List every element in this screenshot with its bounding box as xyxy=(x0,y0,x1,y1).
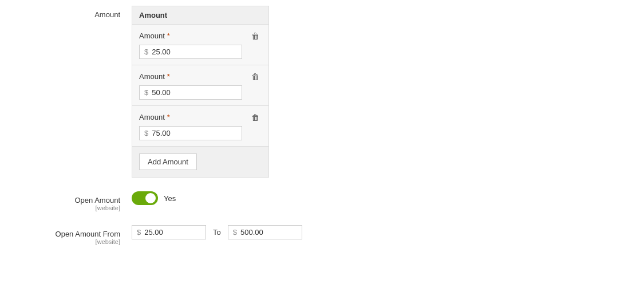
delete-amount-3-button[interactable] xyxy=(249,112,262,123)
amount-item-3-header: Amount* xyxy=(139,112,262,123)
to-label: To xyxy=(213,228,221,237)
amount-item-2-header: Amount* xyxy=(139,71,262,82)
open-amount-yes-label: Yes xyxy=(164,194,176,203)
trash-icon-1 xyxy=(251,31,259,41)
open-amount-to-wrap: $ xyxy=(228,225,302,239)
delete-amount-2-button[interactable] xyxy=(249,71,262,82)
amount-input-2[interactable] xyxy=(152,88,237,97)
open-amount-from-label: Open Amount From [website] xyxy=(0,225,132,245)
to-currency-symbol: $ xyxy=(233,228,237,237)
add-amount-button[interactable]: Add Amount xyxy=(139,154,197,170)
amount-row: Amount Amount Amount* $ xyxy=(0,6,644,178)
delete-amount-1-button[interactable] xyxy=(249,30,262,41)
amount-label-text: Amount xyxy=(94,10,120,19)
amount-item-1: Amount* $ xyxy=(132,25,268,65)
trash-icon-2 xyxy=(251,72,259,81)
open-amount-field-content: Yes xyxy=(132,191,644,205)
amount-item-2: Amount* $ xyxy=(132,65,268,106)
from-currency-symbol: $ xyxy=(137,228,141,237)
open-amount-row: Open Amount [website] Yes xyxy=(0,191,644,211)
amount-item-3-label: Amount* xyxy=(139,113,170,121)
required-star-1: * xyxy=(167,32,170,40)
amount-item-1-header: Amount* xyxy=(139,30,262,41)
open-amount-from-row: Open Amount From [website] $ To $ xyxy=(0,225,644,245)
open-amount-sub-label: [website] xyxy=(0,204,120,211)
trash-icon-3 xyxy=(251,112,259,122)
open-amount-from-wrap: $ xyxy=(132,225,206,239)
amount-field-content: Amount Amount* $ xyxy=(132,6,644,178)
open-amount-from-sub-label: [website] xyxy=(0,238,120,245)
amount-input-wrap-3: $ xyxy=(139,126,242,140)
open-amount-from-field-content: $ To $ xyxy=(132,225,644,239)
currency-symbol-2: $ xyxy=(144,88,148,97)
open-amount-toggle-row: Yes xyxy=(132,191,644,205)
amount-item-2-label: Amount* xyxy=(139,72,170,81)
toggle-slider xyxy=(132,191,158,205)
amount-input-wrap-2: $ xyxy=(139,85,242,100)
amount-input-3[interactable] xyxy=(152,129,237,137)
open-amount-label: Open Amount [website] xyxy=(0,191,132,211)
open-amount-range: $ To $ xyxy=(132,225,644,239)
required-star-3: * xyxy=(167,113,170,121)
currency-symbol-3: $ xyxy=(144,129,148,137)
amount-section: Amount Amount* $ xyxy=(132,6,269,178)
amount-item-1-label: Amount* xyxy=(139,32,170,40)
open-amount-toggle[interactable] xyxy=(132,191,158,205)
amount-field-label: Amount xyxy=(0,6,132,19)
open-amount-to-input[interactable] xyxy=(240,228,297,237)
amount-item-3: Amount* $ xyxy=(132,106,268,147)
amount-section-header: Amount xyxy=(132,6,268,25)
required-star-2: * xyxy=(167,72,170,81)
amount-input-1[interactable] xyxy=(152,48,237,56)
add-amount-section: Add Amount xyxy=(132,147,268,177)
amount-input-wrap-1: $ xyxy=(139,45,242,59)
currency-symbol-1: $ xyxy=(144,48,148,56)
open-amount-from-input[interactable] xyxy=(144,228,201,237)
